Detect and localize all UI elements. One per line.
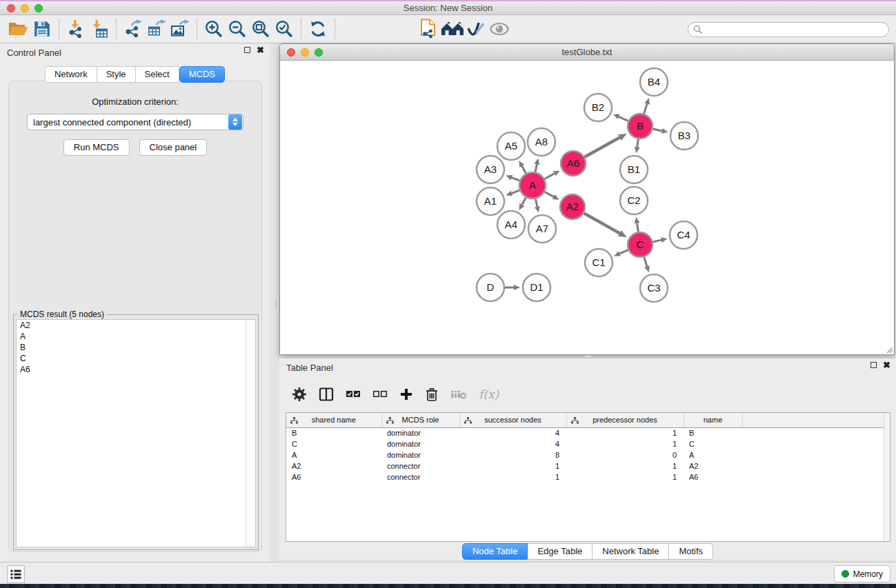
node-table-grid[interactable]: shared nameMCDS rolesuccessor nodesprede… — [286, 413, 886, 483]
select-all-button[interactable] — [346, 389, 361, 399]
result-item[interactable]: A — [17, 331, 255, 342]
delete-column-button[interactable] — [425, 387, 439, 402]
table-cell[interactable]: A — [684, 449, 742, 460]
close-network-icon[interactable] — [287, 48, 295, 57]
edge-B-B2[interactable] — [619, 116, 628, 121]
import-table-button[interactable] — [88, 17, 111, 41]
table-cell[interactable]: A6 — [286, 472, 381, 483]
table-cell[interactable]: 0 — [566, 449, 684, 460]
table-row[interactable]: Bdominator41B — [286, 427, 885, 438]
home-layout-button[interactable] — [441, 17, 464, 41]
float-panel-icon[interactable] — [244, 47, 250, 53]
table-row[interactable]: Adominator80A — [286, 449, 885, 460]
zoom-selected-button[interactable] — [272, 17, 296, 41]
edge-A-A3[interactable] — [512, 178, 519, 181]
tab-network[interactable]: Network — [45, 66, 97, 83]
tab-style[interactable]: Style — [97, 66, 136, 83]
table-row[interactable]: A2connector11A2 — [286, 460, 885, 472]
table-cell[interactable]: dominator — [381, 427, 459, 438]
search-input[interactable] — [703, 23, 888, 36]
table-cell[interactable]: dominator — [381, 449, 459, 460]
edge-A-A8[interactable] — [535, 164, 537, 172]
table-cell[interactable]: A2 — [684, 460, 742, 472]
table-cell[interactable]: A — [286, 449, 381, 460]
refresh-button[interactable] — [306, 17, 330, 41]
add-column-button[interactable] — [399, 387, 413, 401]
tab-mcds[interactable]: MCDS — [179, 66, 225, 83]
network-graph[interactable]: B4B2BB3A8A5A6A3B1AA1C2A2A4A7C4CC1DD1C3 — [280, 61, 894, 354]
table-cell[interactable]: connector — [381, 472, 459, 483]
edge-A6-B[interactable] — [585, 138, 620, 157]
criterion-dropdown[interactable]: largest connected component (directed) — [27, 114, 243, 130]
tab-motifs[interactable]: Motifs — [669, 543, 713, 560]
close-table-panel-icon[interactable]: ✖ — [883, 362, 890, 368]
result-item[interactable]: B — [17, 342, 255, 353]
close-window-icon[interactable] — [7, 4, 15, 12]
close-panel-icon[interactable]: ✖ — [257, 47, 264, 53]
column-header-predecessor-nodes[interactable]: predecessor nodes — [566, 413, 684, 427]
zoom-in-button[interactable] — [202, 17, 226, 41]
table-cell[interactable]: dominator — [381, 438, 459, 449]
column-header-name[interactable]: name — [684, 413, 742, 427]
float-table-panel-icon[interactable] — [870, 362, 877, 368]
edge-A-A5[interactable] — [522, 166, 526, 173]
tab-network-table[interactable]: Network Table — [593, 543, 669, 560]
result-item[interactable]: C — [17, 353, 255, 364]
edge-A-A4[interactable] — [522, 198, 526, 205]
zoom-fit-button[interactable] — [249, 17, 272, 41]
edge-A-A7[interactable] — [535, 199, 537, 207]
table-cell[interactable]: 1 — [459, 460, 566, 472]
result-list-scrollbar[interactable] — [246, 320, 255, 547]
table-row[interactable]: A6connector11A6 — [286, 472, 885, 483]
table-cell[interactable]: 1 — [566, 460, 684, 472]
export-table-button[interactable] — [145, 17, 168, 41]
tab-edge-table[interactable]: Edge Table — [528, 543, 593, 560]
maximize-network-icon[interactable] — [315, 48, 323, 57]
table-cell[interactable]: connector — [381, 460, 459, 472]
table-cell[interactable]: 4 — [459, 438, 566, 449]
edge-C-C3[interactable] — [644, 257, 647, 266]
table-cell[interactable]: A2 — [286, 460, 381, 472]
maximize-window-icon[interactable] — [34, 4, 43, 12]
close-panel-button[interactable]: Close panel — [139, 139, 208, 156]
apply-style-button[interactable] — [464, 17, 488, 41]
table-cell[interactable]: 8 — [459, 449, 566, 460]
edge-A-A1[interactable] — [512, 190, 519, 193]
edge-B-B4[interactable] — [644, 103, 647, 113]
table-row[interactable]: Cdominator41C — [286, 438, 885, 449]
run-mcds-button[interactable]: Run MCDS — [63, 139, 130, 156]
table-cell[interactable]: B — [286, 427, 381, 438]
table-cell[interactable]: A6 — [684, 472, 742, 483]
edge-C-C1[interactable] — [619, 250, 628, 254]
edge-C-C4[interactable] — [653, 240, 661, 242]
clone-network-button[interactable] — [417, 17, 441, 41]
edge-C-C2[interactable] — [637, 223, 639, 232]
deselect-all-button[interactable] — [372, 389, 388, 399]
edge-A-A2[interactable] — [545, 192, 554, 196]
column-header-successor-nodes[interactable]: successor nodes — [459, 413, 566, 427]
show-graphics-button[interactable] — [488, 17, 511, 41]
column-header-MCDS-role[interactable]: MCDS role — [381, 413, 459, 427]
table-scrollbar[interactable] — [884, 413, 890, 541]
edge-A-A6[interactable] — [545, 174, 555, 179]
search-field[interactable] — [688, 22, 889, 37]
table-cell[interactable]: C — [684, 438, 742, 449]
export-network-button[interactable] — [121, 17, 145, 41]
network-canvas[interactable]: B4B2BB3A8A5A6A3B1AA1C2A2A4A7C4CC1DD1C3 — [280, 61, 894, 354]
vertical-splitter-handle[interactable] — [275, 301, 279, 307]
table-cell[interactable]: 1 — [566, 472, 684, 483]
show-columns-button[interactable] — [319, 387, 334, 402]
tab-select[interactable]: Select — [136, 66, 179, 83]
minimize-window-icon[interactable] — [21, 4, 29, 12]
result-item[interactable]: A2 — [17, 320, 255, 331]
task-history-button[interactable] — [7, 565, 25, 583]
save-session-button[interactable] — [30, 17, 54, 41]
edge-A2-C[interactable] — [584, 213, 620, 233]
table-cell[interactable]: B — [684, 427, 742, 438]
table-cell[interactable]: 1 — [566, 427, 684, 438]
network-window-titlebar[interactable]: testGlobe.txt — [280, 44, 894, 61]
mcds-result-list[interactable]: A2ABCA6 — [16, 319, 256, 547]
open-session-button[interactable] — [7, 17, 30, 41]
table-cell[interactable]: C — [286, 438, 381, 449]
tab-node-table[interactable]: Node Table — [462, 543, 528, 560]
